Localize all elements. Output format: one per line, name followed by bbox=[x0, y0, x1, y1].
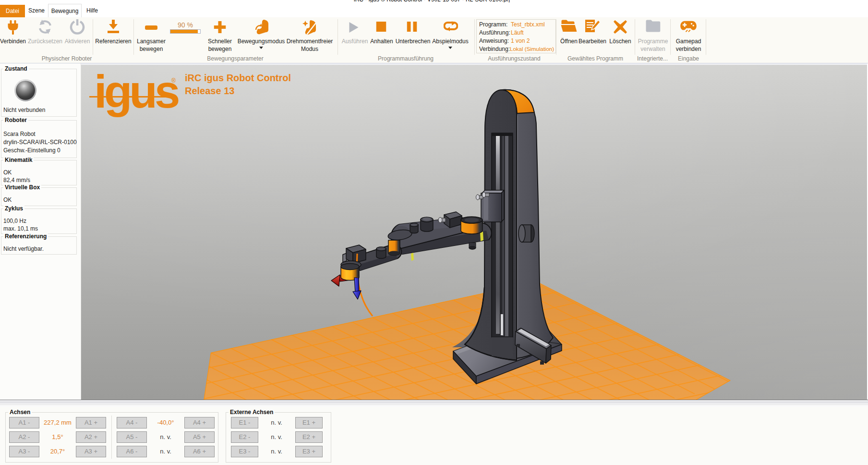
svg-text:igus: igus bbox=[94, 66, 179, 117]
svg-text:®: ® bbox=[171, 77, 176, 84]
svg-text:iRC igus Robot Control: iRC igus Robot Control bbox=[185, 73, 291, 83]
svg-text:Release 13: Release 13 bbox=[185, 86, 234, 96]
